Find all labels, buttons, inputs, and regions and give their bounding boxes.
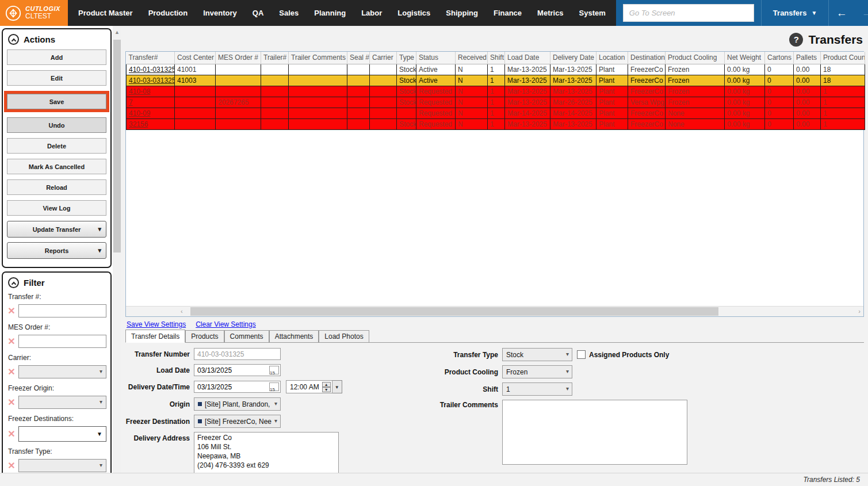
menu-item-inventory[interactable]: Inventory [203, 9, 237, 17]
transfer-number-link[interactable]: 7 [129, 98, 133, 106]
scroll-up-icon[interactable]: ▲ [113, 28, 121, 37]
trailer-comments-field[interactable] [502, 400, 687, 465]
delivery-date-field[interactable] [194, 381, 281, 393]
mes-order-clear-icon[interactable]: ✕ [7, 337, 16, 346]
transfer-number-link[interactable]: 410-01-031325 [129, 66, 175, 74]
tab-transfer-details[interactable]: Transfer Details [125, 330, 185, 343]
column-header-destination[interactable]: Destination [628, 52, 666, 64]
transfer-number-link[interactable]: 410-08 [129, 87, 150, 95]
calendar-icon[interactable]: 15 [269, 366, 279, 374]
origin-select[interactable]: [Site] Plant, Brandon, [194, 397, 281, 411]
delivery-time-field[interactable]: 12:00 AM ▲▼ [286, 380, 332, 393]
transfer-type-clear-icon[interactable]: ✕ [7, 461, 16, 470]
column-header-received[interactable]: Received [456, 52, 488, 64]
column-header-load-date[interactable]: Load Date [505, 52, 550, 64]
scroll-right-icon[interactable]: › [858, 308, 861, 315]
mark-as-cancelled-button[interactable]: Mark As Cancelled [7, 159, 106, 174]
back-icon[interactable]: ← [829, 7, 854, 20]
column-header-cost-center[interactable]: Cost Center [175, 52, 216, 64]
transfer-number-link[interactable]: 32156 [129, 120, 148, 128]
carrier-clear-icon[interactable]: ✕ [7, 368, 16, 377]
menu-item-logistics[interactable]: Logistics [397, 9, 430, 17]
menu-item-sales[interactable]: Sales [279, 9, 299, 17]
table-row[interactable]: 720267265StockRequestedN1Mar-13-2025Mar-… [127, 97, 865, 108]
tab-comments[interactable]: Comments [224, 330, 269, 342]
column-header-transfer[interactable]: Transfer# [127, 52, 175, 64]
time-down-icon[interactable]: ▼ [322, 387, 331, 392]
clear-view-settings-link[interactable]: Clear View Settings [196, 320, 256, 328]
calendar-icon[interactable]: 15 [269, 382, 279, 391]
load-date-field[interactable] [194, 364, 281, 376]
edit-button[interactable]: Edit [7, 70, 106, 86]
shift-select[interactable]: 1 [502, 382, 572, 396]
view-log-button[interactable]: View Log [7, 200, 106, 216]
tab-products[interactable]: Products [185, 330, 224, 342]
column-header-type[interactable]: Type [397, 52, 416, 64]
time-dropdown-icon[interactable]: ▼ [332, 380, 342, 393]
scrollbar-thumb[interactable] [190, 307, 718, 316]
menu-item-planning[interactable]: Planning [314, 9, 346, 17]
table-row[interactable]: 410-03-03132541003StockActiveN1Mar-13-20… [127, 75, 865, 86]
save-button[interactable]: Save [7, 94, 106, 109]
menu-item-metrics[interactable]: Metrics [537, 9, 564, 17]
column-header-mes-order[interactable]: MES Order # [216, 52, 261, 64]
column-header-cartons[interactable]: Cartons [765, 52, 794, 64]
menu-item-finance[interactable]: Finance [494, 9, 522, 17]
column-header-shift[interactable]: Shift [488, 52, 505, 64]
time-up-icon[interactable]: ▲ [322, 382, 331, 387]
column-header-pallets[interactable]: Pallets [794, 52, 821, 64]
carrier-filter-select[interactable] [18, 365, 106, 378]
screen-selector-dropdown[interactable]: Transfers▼ [762, 0, 828, 26]
update-transfer-dropdown-button[interactable]: Update Transfer [7, 221, 106, 238]
go-to-screen-input[interactable] [623, 4, 754, 22]
column-header-seal[interactable]: Seal # [347, 52, 370, 64]
menu-item-shipping[interactable]: Shipping [446, 9, 478, 17]
freezer-origin-filter-select[interactable] [18, 396, 106, 409]
freezer-origin-clear-icon[interactable]: ✕ [7, 398, 16, 407]
table-row[interactable]: 410-01-03132541001StockActiveN1Mar-13-20… [127, 64, 865, 75]
transfer-number-link[interactable]: 410-09 [129, 109, 150, 117]
transfer-number-link[interactable]: 410-03-031325 [129, 76, 175, 85]
assigned-products-only-checkbox[interactable] [577, 350, 586, 359]
transfer-clear-icon[interactable]: ✕ [7, 307, 16, 316]
transfer-filter-input[interactable] [18, 304, 106, 317]
tab-attachments[interactable]: Attachments [269, 330, 319, 342]
menu-item-product-master[interactable]: Product Master [78, 9, 133, 17]
reload-button[interactable]: Reload [7, 179, 106, 195]
freezer-destinations-filter-select[interactable] [18, 426, 106, 442]
save-view-settings-link[interactable]: Save View Settings [127, 320, 186, 328]
reports-dropdown-button[interactable]: Reports [7, 242, 106, 259]
transfer-type-select[interactable]: Stock [502, 348, 572, 361]
sidebar-scrollbar[interactable]: ▲ ▼ [113, 28, 121, 484]
column-header-delivery-date[interactable]: Delivery Date [550, 52, 596, 64]
forward-icon[interactable]: → [854, 7, 868, 20]
column-header-trailer-comments[interactable]: Trailer Comments [289, 52, 347, 64]
table-row[interactable]: 32156StockRequestedN1Mar-13-2025Mar-13-2… [127, 118, 865, 129]
collapse-actions-icon[interactable] [8, 34, 19, 45]
table-row[interactable]: 410-09RequestedN1Mar-14-2025Mar-14-2025P… [127, 108, 865, 118]
add-button[interactable]: Add [7, 49, 106, 65]
delete-button[interactable]: Delete [7, 138, 106, 154]
grid-horizontal-scrollbar[interactable]: ‹ › [126, 306, 863, 316]
menu-item-labor[interactable]: Labor [361, 9, 382, 17]
column-header-net-weight[interactable]: Net Weight [725, 52, 765, 64]
column-header-status[interactable]: Status [416, 52, 456, 64]
tab-load-photos[interactable]: Load Photos [319, 330, 369, 342]
menu-item-production[interactable]: Production [148, 9, 188, 17]
table-row[interactable]: 410-08StockRequestedN1Mar-13-2025Mar-13-… [127, 86, 865, 97]
delivery-address-field[interactable] [194, 432, 339, 475]
column-header-carrier[interactable]: Carrier [370, 52, 397, 64]
column-header-location[interactable]: Location [596, 52, 628, 64]
column-header-trailer[interactable]: Trailer# [261, 52, 289, 64]
menu-item-qa[interactable]: QA [253, 9, 264, 17]
transfer-number-field[interactable] [194, 348, 281, 360]
scroll-left-icon[interactable]: ‹ [181, 308, 183, 315]
freezer-destinations-clear-icon[interactable]: ✕ [7, 430, 16, 439]
help-icon[interactable]: ? [789, 33, 803, 47]
column-header-product-cooling[interactable]: Product Cooling [666, 52, 725, 64]
collapse-filter-icon[interactable] [8, 277, 19, 288]
column-header-product-count[interactable]: Product Count [821, 52, 865, 64]
transfer-type-filter-select[interactable] [18, 459, 106, 472]
undo-button[interactable]: Undo [7, 117, 106, 133]
menu-item-system[interactable]: System [579, 9, 606, 17]
